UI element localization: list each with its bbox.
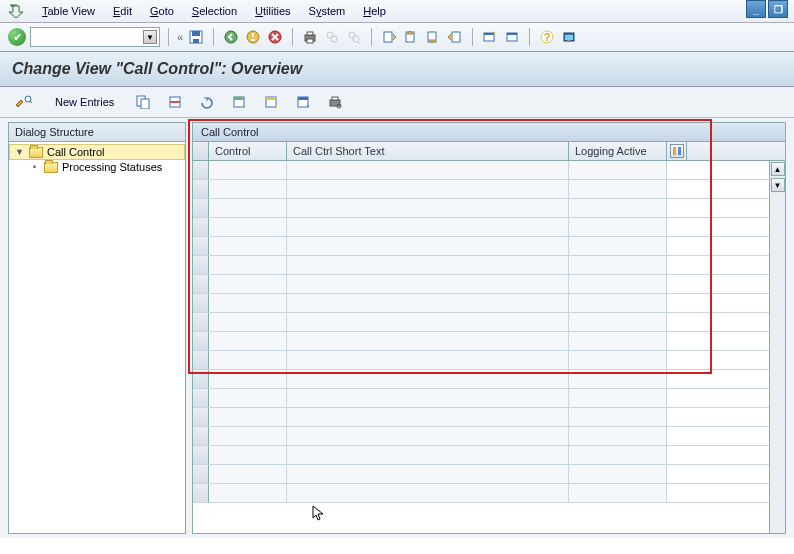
tree-node-call-control[interactable]: ▼ Call Control [9,144,185,160]
cell-logging[interactable] [569,161,667,179]
row-selector[interactable] [193,408,209,426]
cell-control[interactable] [209,161,287,179]
restore-button[interactable]: ❐ [768,0,788,18]
cell-logging[interactable] [569,199,667,217]
cell-control[interactable] [209,332,287,350]
layout-button[interactable] [560,28,578,46]
cell-short-text[interactable] [287,427,569,445]
table-row[interactable] [193,313,769,332]
cell-logging[interactable] [569,408,667,426]
table-row[interactable] [193,199,769,218]
minimize-button[interactable]: _ [746,0,766,18]
row-selector-header[interactable] [193,142,209,160]
table-row[interactable] [193,446,769,465]
row-selector[interactable] [193,237,209,255]
cell-control[interactable] [209,275,287,293]
select-block-button[interactable] [259,92,283,112]
cell-short-text[interactable] [287,199,569,217]
print-button[interactable] [301,28,319,46]
shortcut-button[interactable] [503,28,521,46]
col-header-short-text[interactable]: Call Ctrl Short Text [287,142,569,160]
cell-control[interactable] [209,484,287,502]
cell-control[interactable] [209,218,287,236]
table-row[interactable] [193,465,769,484]
first-page-button[interactable] [380,28,398,46]
cell-short-text[interactable] [287,370,569,388]
cell-control[interactable] [209,465,287,483]
row-selector[interactable] [193,446,209,464]
menu-command-icon[interactable] [8,3,24,19]
cell-logging[interactable] [569,180,667,198]
table-config-button[interactable] [667,142,687,160]
row-selector[interactable] [193,351,209,369]
row-selector[interactable] [193,161,209,179]
deselect-all-button[interactable] [291,92,315,112]
last-page-button[interactable] [446,28,464,46]
row-selector[interactable] [193,180,209,198]
cell-short-text[interactable] [287,351,569,369]
cell-control[interactable] [209,446,287,464]
enter-button[interactable]: ✔ [8,28,26,46]
cell-short-text[interactable] [287,218,569,236]
find-button[interactable] [323,28,341,46]
toggle-change-button[interactable] [10,92,38,112]
next-page-button[interactable] [424,28,442,46]
cell-control[interactable] [209,389,287,407]
collapse-icon[interactable]: ▼ [14,147,25,158]
col-header-logging[interactable]: Logging Active [569,142,667,160]
row-selector[interactable] [193,294,209,312]
table-row[interactable] [193,351,769,370]
row-selector[interactable] [193,484,209,502]
row-selector[interactable] [193,256,209,274]
cell-logging[interactable] [569,294,667,312]
cell-logging[interactable] [569,313,667,331]
back-button[interactable] [222,28,240,46]
table-row[interactable] [193,389,769,408]
cell-short-text[interactable] [287,484,569,502]
select-all-button[interactable] [227,92,251,112]
table-row[interactable] [193,218,769,237]
row-selector[interactable] [193,275,209,293]
new-session-button[interactable] [481,28,499,46]
cell-logging[interactable] [569,427,667,445]
cell-logging[interactable] [569,275,667,293]
scroll-down-icon[interactable]: ▼ [771,178,785,192]
expand-field-icon[interactable]: « [177,31,183,43]
prev-page-button[interactable] [402,28,420,46]
menu-system[interactable]: System [309,5,346,17]
cell-control[interactable] [209,313,287,331]
help-button[interactable]: ? [538,28,556,46]
tree-node-processing-statuses[interactable]: • Processing Statuses [9,160,185,174]
command-field[interactable]: ▼ [30,27,160,47]
copy-as-button[interactable] [131,92,155,112]
table-row[interactable] [193,256,769,275]
cell-short-text[interactable] [287,275,569,293]
cell-control[interactable] [209,256,287,274]
new-entries-button[interactable]: New Entries [46,92,123,112]
vertical-scrollbar[interactable]: ▲ ▼ [769,161,785,533]
row-selector[interactable] [193,218,209,236]
table-row[interactable] [193,427,769,446]
menu-table-view[interactable]: Table View [42,5,95,17]
cell-short-text[interactable] [287,237,569,255]
table-row[interactable] [193,294,769,313]
menu-help[interactable]: Help [363,5,386,17]
cell-logging[interactable] [569,332,667,350]
cell-logging[interactable] [569,446,667,464]
cell-control[interactable] [209,370,287,388]
row-selector[interactable] [193,199,209,217]
find-next-button[interactable] [345,28,363,46]
cell-control[interactable] [209,294,287,312]
row-selector[interactable] [193,427,209,445]
cell-control[interactable] [209,427,287,445]
cell-short-text[interactable] [287,161,569,179]
row-selector[interactable] [193,465,209,483]
col-header-control[interactable]: Control [209,142,287,160]
print-local-button[interactable] [323,92,347,112]
menu-utilities[interactable]: Utilities [255,5,290,17]
cell-control[interactable] [209,237,287,255]
table-row[interactable] [193,332,769,351]
cell-logging[interactable] [569,351,667,369]
cell-control[interactable] [209,351,287,369]
chevron-down-icon[interactable]: ▼ [143,30,157,44]
